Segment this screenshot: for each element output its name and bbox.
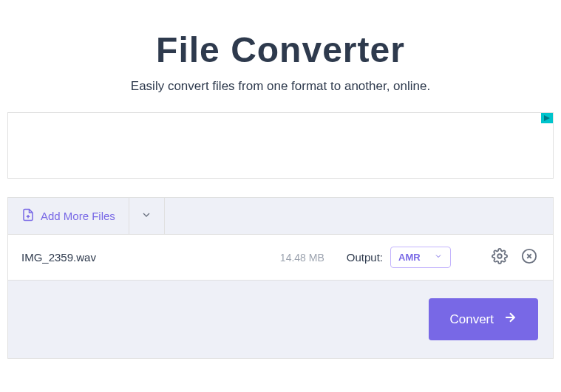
page-subtitle: Easily convert files from one format to … — [7, 79, 554, 94]
file-size: 14.48 MB — [280, 252, 324, 264]
convert-label: Convert — [449, 312, 494, 327]
settings-button[interactable] — [489, 247, 510, 268]
file-name: IMG_2359.wav — [21, 251, 280, 264]
close-circle-icon — [521, 248, 537, 267]
toolbar: Add More Files — [8, 197, 553, 234]
gear-icon — [492, 248, 508, 267]
add-files-dropdown-button[interactable] — [129, 198, 165, 234]
add-more-files-button[interactable]: Add More Files — [8, 198, 129, 234]
remove-file-button[interactable] — [519, 247, 540, 268]
format-value: AMR — [398, 252, 421, 263]
convert-button[interactable]: Convert — [429, 298, 538, 340]
svg-point-3 — [497, 254, 502, 258]
file-row: IMG_2359.wav 14.48 MB Output: AMR — [8, 234, 553, 280]
chevron-down-icon — [140, 209, 152, 224]
add-files-label: Add More Files — [41, 210, 115, 222]
output-label: Output: — [347, 251, 383, 264]
page-title: File Converter — [7, 30, 554, 70]
converter-panel: Add More Files IMG_2359.wav 14.48 MB Out… — [7, 197, 554, 359]
footer: Convert — [8, 280, 553, 358]
ad-choices-icon[interactable] — [541, 113, 553, 123]
chevron-down-icon — [434, 252, 443, 263]
output-format-select[interactable]: AMR — [390, 247, 451, 268]
file-plus-icon — [21, 208, 35, 224]
arrow-right-icon — [503, 310, 517, 329]
svg-marker-0 — [544, 115, 550, 121]
ad-placeholder — [7, 112, 554, 179]
